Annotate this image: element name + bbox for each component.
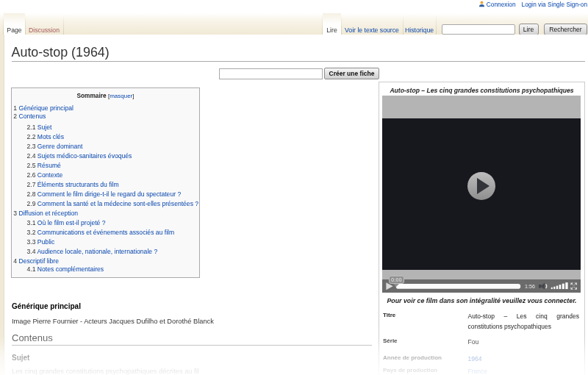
svg-text:1:56: 1:56 xyxy=(525,282,535,289)
